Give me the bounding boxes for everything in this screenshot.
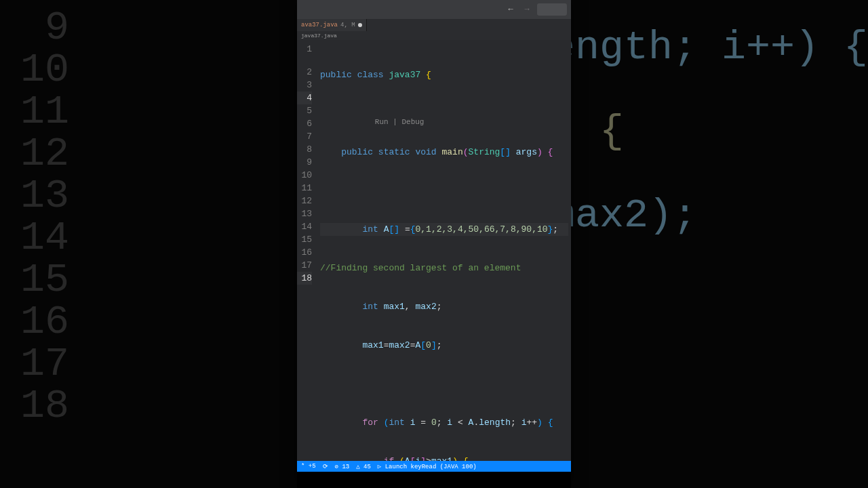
code-lens: Run | Debug [320, 107, 568, 120]
status-bar: * +5 ⟳ ⊘ 13 △ 45 ▷ Launch keyRead (JAVA … [297, 461, 571, 472]
modified-dot-icon [358, 23, 362, 27]
bottom-black-bar [297, 472, 571, 488]
breadcrumb[interactable]: java37.java [297, 31, 571, 40]
status-sync-icon[interactable]: ⟳ [323, 463, 328, 470]
nav-forward-icon[interactable]: → [521, 3, 533, 16]
status-warnings[interactable]: △ 45 [356, 463, 371, 470]
code-editor[interactable]: 1 2 3 4 5 6 7 8 9 10 11 12 13 14 15 16 1… [297, 40, 571, 461]
title-bar: ← → [297, 0, 571, 19]
line-gutter: 1 2 3 4 5 6 7 8 9 10 11 12 13 14 15 16 1… [297, 40, 316, 461]
bg-gutter: 91011 121314 151617 18 [0, 0, 81, 427]
status-launch[interactable]: ▷ Launch keyRead (JAVA 100) [378, 463, 477, 470]
codelens-run[interactable]: Run [375, 118, 389, 126]
tab-label: ava37.java [301, 22, 338, 28]
nav-back-icon[interactable]: ← [505, 3, 517, 16]
status-errors[interactable]: ⊘ 13 [335, 463, 350, 470]
tab-java37[interactable]: ava37.java 4, M [297, 19, 367, 31]
status-branch[interactable]: * +5 [301, 463, 316, 470]
code-content[interactable]: public class java37 { Run | Debug public… [316, 40, 571, 461]
tab-bar: ava37.java 4, M [297, 19, 571, 31]
tab-suffix: 4, M [340, 22, 355, 28]
editor-panel: ← → ava37.java 4, M java37.java 1 2 3 4 … [297, 0, 571, 488]
search-input[interactable] [537, 3, 567, 16]
codelens-debug[interactable]: Debug [401, 118, 424, 126]
